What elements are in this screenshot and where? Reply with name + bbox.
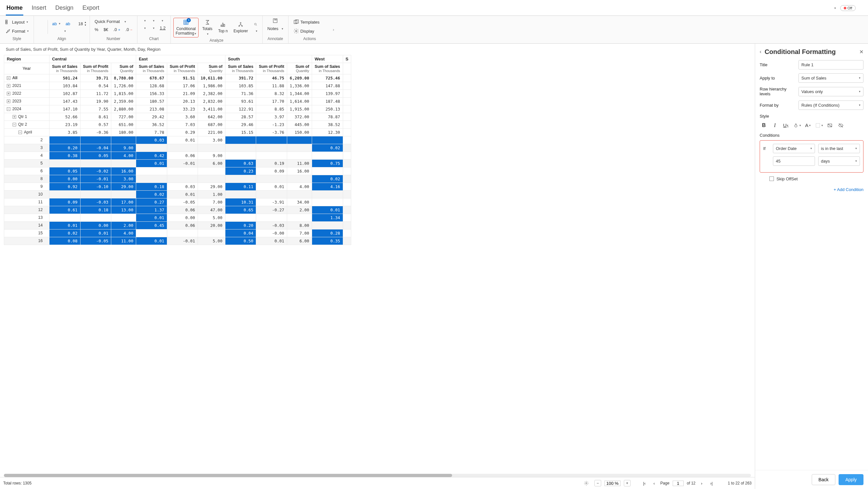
cell[interactable] [198,175,225,183]
row-label[interactable]: +2022 [4,90,50,97]
cell[interactable] [167,167,197,175]
cell[interactable]: 3.97 [256,113,287,121]
cell[interactable] [167,144,197,152]
line-height-icon[interactable] [73,22,78,25]
horizontal-scrollbar[interactable] [4,474,751,477]
zoom-input[interactable] [604,481,621,486]
cell[interactable]: 13.00 [111,206,136,214]
zoom-in-button[interactable]: + [624,480,631,486]
row-label[interactable]: −All [4,74,50,82]
cell[interactable] [225,214,256,221]
quick-format-button[interactable]: Quick Format▾ [92,18,128,25]
region-header[interactable]: South [225,55,312,63]
cell[interactable]: 147.10 [50,105,81,113]
cell[interactable] [256,136,287,144]
cell[interactable]: 501.24 [50,74,81,82]
expand-toggle[interactable]: + [7,92,10,95]
condition-field-select[interactable]: Order Date▾ [773,144,815,153]
cell[interactable]: 372.00 [287,113,312,121]
cell[interactable]: -0.36 [80,128,111,136]
rowhier-select[interactable]: Values only▾ [799,87,864,96]
cell[interactable]: 6.00 [198,159,225,167]
tab-design[interactable]: Design [55,3,74,15]
align-right-icon[interactable] [36,27,41,30]
add-condition-link[interactable]: + Add Condition [760,187,864,192]
row-label[interactable]: 15 [4,229,50,237]
cell[interactable]: -0.03 [80,198,111,206]
cell[interactable]: 213.08 [136,105,167,113]
cell[interactable] [80,159,111,167]
topn-button[interactable]: Top n [216,20,230,35]
wrap-text-alt-button[interactable]: ab [63,20,72,28]
undo-icon[interactable] [324,21,328,23]
cell[interactable] [50,214,81,221]
cell[interactable]: 0.00 [50,175,81,183]
measure-header[interactable]: Sum ofQuantity [198,63,225,74]
expand-toggle[interactable]: − [7,76,10,80]
cell[interactable]: 28.57 [225,113,256,121]
cell[interactable]: 139.97 [312,90,343,97]
cell[interactable]: 38.52 [312,121,343,128]
decimal-increase-button[interactable]: .0+ [111,26,123,33]
condition-value-input[interactable]: 45 [773,156,815,166]
cell[interactable]: 2.00 [111,221,136,229]
cell[interactable]: 0.08 [50,237,81,244]
row-label[interactable]: 10 [4,190,50,198]
cell[interactable] [256,144,287,152]
cell[interactable]: 0.42 [136,152,167,159]
row-label[interactable]: 2 [4,136,50,144]
cell[interactable]: 0.92 [50,183,81,190]
cell[interactable]: 147.88 [312,82,343,90]
formatby-select[interactable]: Rules (If Conditions)▾ [799,100,864,110]
filter-icon[interactable]: ▾ [252,28,260,34]
underline-button[interactable]: U▾ [782,121,790,130]
row-label[interactable]: +2021 [4,82,50,90]
cell[interactable]: 4.00 [287,183,312,190]
cell[interactable]: 687.00 [198,121,225,128]
cell[interactable] [287,136,312,144]
cell[interactable] [225,190,256,198]
row-label[interactable]: 12 [4,206,50,214]
cell[interactable]: 147.43 [50,97,81,105]
cell[interactable]: 0.38 [50,152,81,159]
cell[interactable]: 150.00 [287,128,312,136]
cell[interactable] [80,190,111,198]
cell[interactable]: 3.85 [50,128,81,136]
outdent-icon[interactable] [50,28,54,34]
cell[interactable]: 642.00 [198,113,225,121]
row-label[interactable]: −Qtr 2 [4,121,50,128]
cell[interactable]: 0.01 [136,159,167,167]
row-label[interactable]: +Qtr 1 [4,113,50,121]
cell[interactable]: -0.05 [80,237,111,244]
cell[interactable]: 1.37 [136,206,167,214]
cell[interactable]: 1,614.00 [287,97,312,105]
cell[interactable]: 11.00 [287,159,312,167]
cell[interactable]: 122.91 [225,105,256,113]
fill-color-button[interactable]: ▾ [793,121,801,130]
cell[interactable] [287,144,312,152]
cell[interactable]: 0.18 [80,206,111,214]
indent-icon[interactable] [55,28,60,34]
cell[interactable]: 1,336.00 [287,82,312,90]
cell[interactable]: 19.90 [80,97,111,105]
cell[interactable]: 4.00 [111,229,136,237]
cell[interactable]: 0.02 [312,144,343,152]
cell[interactable]: 1,344.00 [287,90,312,97]
tab-home[interactable]: Home [6,3,23,15]
cell[interactable] [111,159,136,167]
chart-number-button[interactable]: 1.2 [157,24,168,32]
font-size-stepper[interactable]: ▴▾ [84,20,87,27]
cell[interactable] [167,229,197,237]
cell[interactable]: 47.00 [198,206,225,214]
cell[interactable]: 71.36 [225,90,256,97]
cell[interactable]: 33.23 [167,105,197,113]
cell[interactable]: 78.87 [312,113,343,121]
chart-line-icon[interactable]: ▾ [149,24,157,32]
cell[interactable]: 29.00 [198,183,225,190]
cell[interactable]: 0.20 [225,221,256,229]
notes-button[interactable]: Notes▾ [265,25,285,32]
search-icon[interactable] [252,21,260,28]
cell[interactable]: 0.01 [50,221,81,229]
row-label[interactable]: 16 [4,237,50,244]
measure-header[interactable]: Sum of Salesin Thousands [50,63,81,74]
